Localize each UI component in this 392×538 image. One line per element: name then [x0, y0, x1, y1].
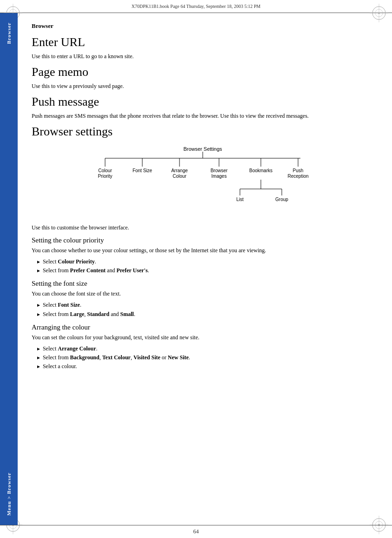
diagram-child-arrange-colour: Arrange: [171, 168, 188, 173]
bullet-text: Select from Background, Text Colour, Vis…: [43, 353, 190, 362]
svg-text:Reception: Reception: [287, 174, 308, 179]
heading-colour-priority: Setting the colour priority: [32, 236, 373, 244]
bullet-item: ► Select Colour Priority.: [36, 257, 373, 266]
body-font-size: You can choose the font size of the text…: [32, 289, 373, 298]
bullet-arrow-icon: ►: [36, 345, 41, 353]
main-content: Browser Enter URL Use this to enter a UR…: [18, 13, 392, 525]
sidebar: Browser Menu > Browser: [0, 13, 18, 525]
section-label: Browser: [32, 22, 373, 30]
diagram-root-label: Browser Settings: [183, 146, 222, 152]
heading-page-memo: Page memo: [32, 65, 373, 79]
sidebar-bottom-label: Menu > Browser: [6, 472, 12, 516]
bullet-list-arrange-colour: ► Select Arrange Colour. ► Select from B…: [36, 344, 373, 371]
diagram-child-colour-priority: Colour: [98, 168, 112, 173]
svg-text:Colour: Colour: [173, 174, 186, 179]
body-push-message: Push messages are SMS messages that the …: [32, 112, 373, 120]
browser-settings-diagram: Browser Settings Colour Priority Font Si…: [82, 144, 324, 219]
bullet-text: Select Colour Priority.: [43, 257, 96, 266]
bullet-text: Select from Large, Standard and Small.: [43, 310, 135, 319]
heading-push-message: Push message: [32, 95, 373, 109]
diagram-child-push-reception: Push: [292, 168, 303, 173]
diagram-child-font-size: Font Size: [132, 168, 152, 173]
body-page-memo: Use this to view a previously saved page…: [32, 82, 373, 90]
bullet-item: ► Select from Background, Text Colour, V…: [36, 353, 373, 362]
bullet-item: ► Select a colour.: [36, 362, 373, 371]
bullet-arrow-icon: ►: [36, 311, 41, 318]
bullet-arrow-icon: ►: [36, 363, 41, 370]
diagram-container: Browser Settings Colour Priority Font Si…: [32, 144, 373, 219]
bullet-list-font-size: ► Select Font Size. ► Select from Large,…: [36, 301, 373, 318]
page-number: 64: [193, 528, 199, 535]
bullet-arrow-icon: ►: [36, 258, 41, 266]
bullet-text: Select a colour.: [43, 362, 77, 371]
body-colour-priority: You can choose whether to use your colou…: [32, 246, 373, 255]
svg-text:Priority: Priority: [98, 174, 112, 179]
diagram-child-browser-images: Browser: [210, 168, 227, 173]
svg-text:Images: Images: [211, 174, 226, 179]
bullet-item: ► Select Arrange Colour.: [36, 344, 373, 353]
top-bar: X70DPK11B1.book Page 64 Thursday, Septem…: [0, 0, 392, 13]
bullet-text: Select from Prefer Content and Prefer Us…: [43, 266, 149, 275]
bullet-arrow-icon: ►: [36, 302, 41, 309]
bottom-bar: 64: [0, 525, 392, 538]
bullet-text: Select Arrange Colour.: [43, 344, 98, 353]
diagram-child-list: List: [236, 197, 244, 202]
heading-font-size: Setting the font size: [32, 280, 373, 288]
diagram-child-bookmarks: Bookmarks: [249, 168, 272, 173]
bullet-arrow-icon: ►: [36, 267, 41, 275]
body-enter-url: Use this to enter a URL to go to a known…: [32, 52, 373, 61]
heading-browser-settings: Browser settings: [32, 125, 373, 139]
bullet-item: ► Select Font Size.: [36, 301, 373, 309]
top-bar-text: X70DPK11B1.book Page 64 Thursday, Septem…: [132, 4, 260, 9]
heading-arrange-colour: Arranging the colour: [32, 323, 373, 331]
bullet-arrow-icon: ►: [36, 354, 41, 362]
diagram-child-group: Group: [275, 197, 288, 202]
body-arrange-colour: You can set the colours for your backgro…: [32, 333, 373, 342]
bullet-item: ► Select from Large, Standard and Small.: [36, 310, 373, 319]
bullet-text: Select Font Size.: [43, 301, 81, 309]
body-browser-settings: Use this to customise the browser interf…: [32, 223, 373, 232]
heading-enter-url: Enter URL: [32, 35, 373, 49]
bullet-list-colour-priority: ► Select Colour Priority. ► Select from …: [36, 257, 373, 275]
sidebar-top-label: Browser: [6, 22, 12, 44]
bullet-item: ► Select from Prefer Content and Prefer …: [36, 266, 373, 275]
